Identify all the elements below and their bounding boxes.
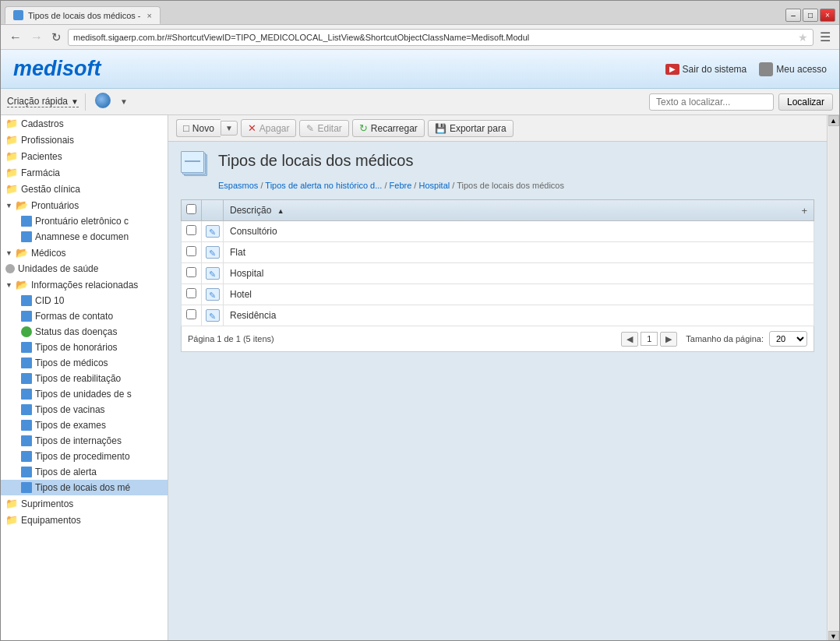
sidebar-item-profissionais[interactable]: 📁 Profissionais bbox=[1, 132, 168, 148]
col-header-description[interactable]: Descrição ▲ + bbox=[224, 200, 814, 221]
exit-label: Sair do sistema bbox=[683, 64, 747, 75]
sidebar-item-farmacia[interactable]: 📁 Farmácia bbox=[1, 164, 168, 181]
reload-label: Recarregar bbox=[371, 123, 418, 134]
sidebar-label-prontuarios: Prontuários bbox=[31, 200, 79, 211]
row-edit-icon[interactable]: ✎ bbox=[206, 267, 220, 280]
sidebar-item-prontuario-eletronico[interactable]: Prontuário eletrônico c bbox=[1, 213, 168, 229]
row-checkbox[interactable] bbox=[186, 309, 196, 319]
folder-icon: 📁 bbox=[5, 118, 18, 129]
row-checkbox[interactable] bbox=[186, 267, 196, 277]
pagination-info: Página 1 de 1 (5 itens) bbox=[188, 334, 274, 343]
right-scrollbar[interactable]: ▲ ▼ bbox=[827, 115, 839, 641]
row-edit-icon[interactable]: ✎ bbox=[206, 225, 220, 238]
sidebar-item-tipos-alerta[interactable]: Tipos de alerta bbox=[1, 464, 168, 480]
delete-btn[interactable]: ✕ Apagar bbox=[241, 119, 297, 137]
reload-btn[interactable]: ↻ Recarregar bbox=[352, 119, 425, 137]
forward-btn[interactable]: → bbox=[28, 30, 45, 44]
back-btn[interactable]: ← bbox=[7, 30, 24, 44]
search-btn[interactable]: Localizar bbox=[778, 93, 833, 111]
new-btn[interactable]: □ Novo bbox=[176, 119, 221, 137]
sidebar-item-formas-contato[interactable]: Formas de contato bbox=[1, 308, 168, 324]
select-all-checkbox[interactable] bbox=[186, 204, 196, 214]
breadcrumb-tipos-alerta[interactable]: Tipos de alerta no histórico d... bbox=[265, 181, 382, 190]
sidebar-item-tipos-internacoes[interactable]: Tipos de internações bbox=[1, 433, 168, 449]
sidebar-item-tipos-vacinas[interactable]: Tipos de vacinas bbox=[1, 402, 168, 417]
folder-icon: 📁 bbox=[5, 514, 18, 526]
close-btn[interactable]: × bbox=[820, 9, 835, 22]
sidebar-item-prontuarios[interactable]: ▼ 📂 Prontuários bbox=[1, 197, 168, 213]
export-btn[interactable]: 💾 Exportar para bbox=[428, 120, 514, 137]
sidebar-label-tipos-locais: Tipos de locais dos mé bbox=[35, 482, 130, 493]
col-header-edit bbox=[202, 200, 224, 221]
app-header: medisoft ▶ Sair do sistema Meu acesso bbox=[1, 50, 839, 89]
export-icon: 💾 bbox=[435, 123, 446, 134]
menu-icon[interactable]: ☰ bbox=[817, 30, 833, 44]
refresh-btn[interactable]: ↻ bbox=[49, 30, 64, 44]
sidebar-item-tipos-exames[interactable]: Tipos de exames bbox=[1, 417, 168, 433]
row-edit-icon[interactable]: ✎ bbox=[206, 288, 220, 301]
row-checkbox[interactable] bbox=[186, 288, 196, 298]
sidebar-item-cid10[interactable]: CID 10 bbox=[1, 293, 168, 308]
row-checkbox[interactable] bbox=[186, 246, 196, 256]
page-size-select[interactable]: 20 50 100 bbox=[769, 331, 807, 347]
row-checkbox-cell bbox=[182, 305, 202, 326]
sidebar-item-anamnese[interactable]: Anamnese e documen bbox=[1, 229, 168, 245]
prev-page-btn[interactable]: ◀ bbox=[621, 332, 638, 347]
sidebar-item-pacientes[interactable]: 📁 Pacientes bbox=[1, 148, 168, 164]
sidebar-item-tipos-reabilitacao[interactable]: Tipos de reabilitação bbox=[1, 371, 168, 386]
breadcrumb-febre[interactable]: Febre bbox=[390, 181, 412, 190]
sidebar-item-gestao-clinica[interactable]: 📁 Gestão clínica bbox=[1, 181, 168, 197]
sidebar-item-cadastros[interactable]: 📁 Cadastros bbox=[1, 115, 168, 132]
sidebar-item-equipamentos[interactable]: 📁 Equipamentos bbox=[1, 512, 168, 528]
minimize-btn[interactable]: – bbox=[785, 9, 801, 22]
tab-close-btn[interactable]: × bbox=[147, 11, 152, 20]
sidebar-label-tipos-procedimentos: Tipos de procedimento bbox=[35, 451, 130, 462]
new-dropdown-btn[interactable]: ▼ bbox=[221, 121, 238, 136]
access-label: Meu acesso bbox=[776, 64, 827, 75]
sidebar-item-tipos-procedimentos[interactable]: Tipos de procedimento bbox=[1, 449, 168, 464]
sidebar-item-tipos-locais[interactable]: Tipos de locais dos mé bbox=[1, 480, 168, 495]
sidebar-item-tipos-honorarios[interactable]: Tipos de honorários bbox=[1, 340, 168, 355]
row-checkbox-cell bbox=[182, 242, 202, 263]
row-checkbox[interactable] bbox=[186, 225, 196, 235]
sidebar-item-unidades-saude[interactable]: Unidades de saúde bbox=[1, 261, 168, 276]
sidebar-item-medicos[interactable]: ▼ 📂 Médicos bbox=[1, 245, 168, 261]
address-input[interactable] bbox=[73, 33, 796, 42]
sort-up-icon: ▲ bbox=[277, 207, 284, 215]
row-description: Hospital bbox=[224, 263, 814, 284]
secondary-toolbar: Criação rápida ▼ ▼ Localizar bbox=[1, 89, 839, 115]
edit-action-icon: ✎ bbox=[306, 123, 314, 134]
search-input[interactable] bbox=[649, 93, 774, 111]
sidebar-label-tipos-unidades: Tipos de unidades de s bbox=[35, 389, 132, 400]
globe-btn[interactable] bbox=[92, 93, 114, 111]
breadcrumb-hospital[interactable]: Hospital bbox=[418, 181, 450, 190]
restore-btn[interactable]: □ bbox=[803, 9, 818, 22]
sidebar-item-informacoes-relacionadas[interactable]: ▼ 📂 Informações relacionadas bbox=[1, 276, 168, 293]
row-edit-icon[interactable]: ✎ bbox=[206, 309, 220, 322]
globe-dropdown-btn[interactable]: ▼ bbox=[120, 97, 128, 106]
sidebar-item-tipos-medicos[interactable]: Tipos de médicos bbox=[1, 355, 168, 371]
criacao-rapida-btn[interactable]: Criação rápida ▼ bbox=[7, 96, 79, 107]
next-page-btn[interactable]: ▶ bbox=[660, 332, 677, 347]
row-edit-icon[interactable]: ✎ bbox=[206, 246, 220, 259]
sidebar-item-suprimentos[interactable]: 📁 Suprimentos bbox=[1, 495, 168, 512]
sidebar: 📁 Cadastros 📁 Profissionais 📁 Pacientes … bbox=[1, 115, 168, 641]
sidebar-label-equipamentos: Equipamentos bbox=[21, 515, 81, 526]
doc-icon bbox=[21, 295, 32, 306]
main-layout: 📁 Cadastros 📁 Profissionais 📁 Pacientes … bbox=[1, 115, 839, 641]
exit-btn[interactable]: ▶ Sair do sistema bbox=[665, 64, 747, 75]
sidebar-label-prontuario-eletronico: Prontuário eletrônico c bbox=[35, 216, 129, 227]
sidebar-item-status-doencas[interactable]: Status das doenças bbox=[1, 324, 168, 340]
folder-icon: 📁 bbox=[5, 134, 18, 146]
star-icon: ★ bbox=[798, 31, 808, 44]
edit-btn[interactable]: ✎ Editar bbox=[299, 120, 348, 137]
access-btn[interactable]: Meu acesso bbox=[759, 62, 827, 76]
row-description: Residência bbox=[224, 305, 814, 326]
add-column-icon[interactable]: + bbox=[801, 205, 807, 217]
row-edit-cell: ✎ bbox=[202, 284, 224, 305]
col-header-check bbox=[182, 200, 202, 221]
doc-icon bbox=[21, 389, 32, 400]
sidebar-item-tipos-unidades[interactable]: Tipos de unidades de s bbox=[1, 386, 168, 402]
active-tab[interactable]: Tipos de locais dos médicos - × bbox=[5, 6, 161, 24]
breadcrumb-espasmos[interactable]: Espasmos bbox=[218, 181, 258, 190]
